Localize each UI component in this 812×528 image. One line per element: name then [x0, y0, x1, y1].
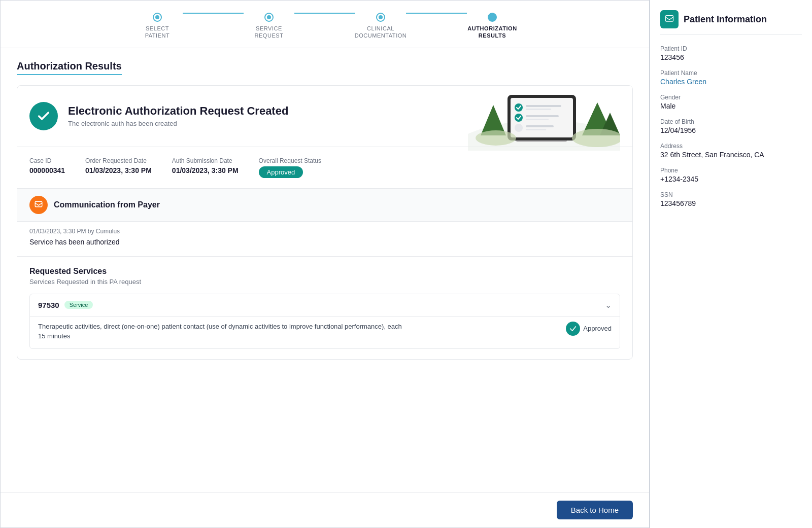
- phone-field: Phone +1234-2345: [660, 167, 802, 183]
- patient-info-icon: [660, 10, 679, 28]
- svg-rect-17: [526, 125, 554, 127]
- patient-name-value: Charles Green: [660, 78, 802, 86]
- order-date-label: Order Requested Date: [85, 157, 152, 164]
- auth-date-field: Auth Submission Date 01/03/2023, 3:30 PM: [172, 157, 239, 178]
- page-title: Authorization Results: [17, 60, 122, 75]
- ssn-field: SSN 123456789: [660, 191, 802, 207]
- comm-header: Communication from Payer: [17, 189, 632, 221]
- patient-id-field: Patient ID 123456: [660, 45, 802, 61]
- step-circle-1: [153, 13, 162, 22]
- page-content: Authorization Results Electronic Authori…: [1, 48, 649, 492]
- case-id-value: 000000341: [29, 166, 65, 174]
- back-to-home-button[interactable]: Back to Home: [557, 501, 633, 519]
- service-description: Therapeutic activities, direct (one-on-o…: [38, 322, 402, 341]
- service-type-badge: Service: [64, 301, 93, 309]
- gender-field: Gender Male: [660, 94, 802, 110]
- svg-rect-11: [526, 105, 561, 107]
- svg-rect-14: [526, 115, 559, 117]
- order-date-value: 01/03/2023, 3:30 PM: [85, 166, 152, 174]
- service-status: Approved: [566, 322, 612, 336]
- patient-id-value: 123456: [660, 53, 802, 61]
- connector-2: [294, 13, 355, 14]
- svg-rect-12: [526, 109, 551, 110]
- comm-title: Communication from Payer: [54, 200, 160, 209]
- svg-rect-15: [526, 119, 549, 120]
- main-content: SELECT PATIENT SERVICE REQUEST CLINICAL …: [0, 0, 650, 528]
- services-subtitle: Services Requested in this PA request: [29, 278, 620, 286]
- services-title: Requested Services: [29, 267, 620, 276]
- patient-id-label: Patient ID: [660, 45, 802, 52]
- svg-rect-22: [666, 16, 673, 22]
- status-badge: Approved: [259, 166, 303, 178]
- step-label-4: AUTHORIZATION RESULTS: [467, 25, 517, 40]
- success-card: Electronic Authorization Request Created…: [17, 85, 633, 360]
- sidebar-title: Patient Information: [684, 14, 767, 25]
- step-label-3: CLINICAL DOCUMENTATION: [355, 25, 407, 40]
- comm-message: Service has been authorized: [29, 238, 620, 246]
- success-text: Electronic Authorization Request Created…: [68, 104, 288, 127]
- dob-label: Date of Birth: [660, 118, 802, 125]
- gender-label: Gender: [660, 94, 802, 101]
- svg-rect-18: [526, 129, 546, 130]
- service-item: 97530 Service ⌄ Therapeutic activities, …: [29, 294, 620, 349]
- ssn-label: SSN: [660, 191, 802, 198]
- success-description: The electronic auth has been created: [68, 120, 288, 127]
- success-banner: Electronic Authorization Request Created…: [17, 86, 632, 147]
- phone-label: Phone: [660, 167, 802, 174]
- step-label-2: SERVICE REQUEST: [254, 25, 283, 40]
- step-label-1: SELECT PATIENT: [145, 25, 170, 40]
- progress-stepper: SELECT PATIENT SERVICE REQUEST CLINICAL …: [1, 1, 649, 48]
- comm-icon: [29, 196, 48, 214]
- svg-point-13: [515, 114, 523, 122]
- service-approved-icon: [566, 322, 580, 336]
- svg-point-19: [476, 130, 516, 146]
- status-label: Overall Request Status: [259, 157, 321, 164]
- address-label: Address: [660, 143, 802, 150]
- patient-info-sidebar: Patient Information Patient ID 123456 Pa…: [650, 0, 812, 528]
- service-detail: Therapeutic activities, direct (one-on-o…: [30, 316, 620, 348]
- step-circle-2: [264, 13, 274, 22]
- communication-section: Communication from Payer 01/03/2023, 3:3…: [17, 189, 632, 257]
- case-details-row: Case ID 000000341 Order Requested Date 0…: [17, 147, 632, 189]
- connector-3: [406, 13, 467, 14]
- address-field: Address 32 6th Street, San Francisco, CA: [660, 143, 802, 159]
- service-item-header[interactable]: 97530 Service ⌄: [30, 294, 620, 316]
- order-date-field: Order Requested Date 01/03/2023, 3:30 PM: [85, 157, 152, 178]
- sidebar-header: Patient Information: [660, 10, 802, 35]
- patient-name-field: Patient Name Charles Green: [660, 69, 802, 86]
- step-circle-3: [376, 13, 385, 22]
- service-status-label: Approved: [583, 325, 612, 332]
- phone-value: +1234-2345: [660, 175, 802, 183]
- auth-date-label: Auth Submission Date: [172, 157, 239, 164]
- case-id-field: Case ID 000000341: [29, 157, 65, 178]
- step-service-request: SERVICE REQUEST: [244, 13, 294, 40]
- dob-value: 12/04/1956: [660, 126, 802, 134]
- requested-services: Requested Services Services Requested in…: [17, 257, 632, 359]
- case-id-label: Case ID: [29, 157, 65, 164]
- step-circle-4: [488, 13, 497, 22]
- step-select-patient: SELECT PATIENT: [132, 13, 183, 40]
- page-footer: Back to Home: [1, 492, 649, 527]
- patient-name-label: Patient Name: [660, 69, 802, 77]
- step-clinical-doc: CLINICAL DOCUMENTATION: [355, 13, 406, 40]
- address-value: 32 6th Street, San Francisco, CA: [660, 151, 802, 159]
- step-auth-results: AUTHORIZATION RESULTS: [467, 13, 518, 40]
- comm-meta: 01/03/2023, 3:30 PM by Cumulus: [29, 228, 620, 235]
- ssn-value: 123456789: [660, 199, 802, 207]
- svg-point-10: [515, 103, 523, 112]
- connector-1: [183, 13, 244, 14]
- service-code: 97530: [38, 301, 59, 309]
- status-field: Overall Request Status Approved: [259, 157, 321, 178]
- gender-value: Male: [660, 102, 802, 110]
- auth-date-value: 01/03/2023, 3:30 PM: [172, 166, 239, 174]
- success-illustration: [468, 85, 620, 153]
- success-heading: Electronic Authorization Request Created: [68, 104, 288, 118]
- svg-point-16: [515, 124, 523, 132]
- comm-body: 01/03/2023, 3:30 PM by Cumulus Service h…: [17, 221, 632, 256]
- dob-field: Date of Birth 12/04/1956: [660, 118, 802, 134]
- chevron-down-icon: ⌄: [605, 300, 612, 310]
- success-icon: [29, 102, 58, 130]
